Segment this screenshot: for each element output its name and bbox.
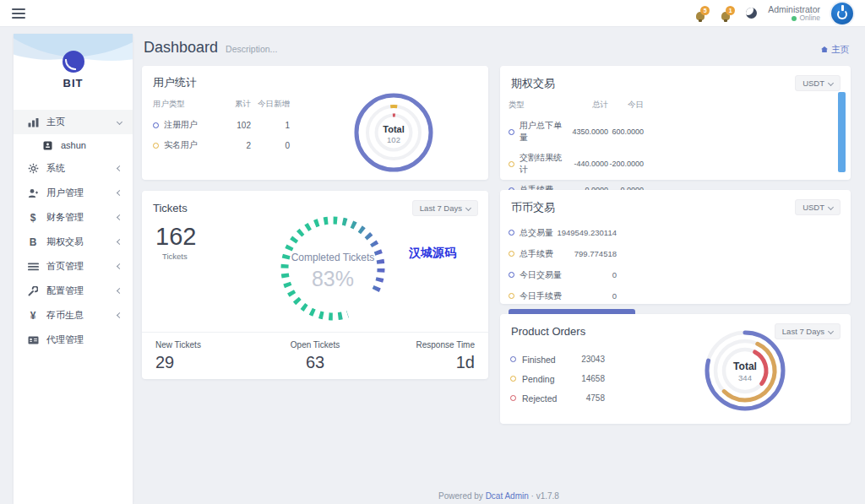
sidebar-item-finance[interactable]: $ 财务管理: [14, 205, 133, 230]
sidebar-item-label: 期权交易: [46, 236, 84, 248]
chevron-down-icon: [828, 80, 834, 86]
col-header: 总计: [569, 96, 608, 116]
gauge-label: Completed Tickets: [274, 252, 392, 263]
user-avatar[interactable]: [831, 3, 853, 24]
table-row: 交割结果统计 -440.0000 -200.0000: [509, 148, 644, 180]
breadcrumb-label: 主页: [831, 44, 849, 56]
footer-prefix: Powered by: [438, 491, 483, 501]
sidebar-menu: 主页 ashun 系统 用户管理 $ 财务管理: [14, 103, 133, 352]
sidebar-item-config-management[interactable]: 配置管理: [14, 279, 133, 303]
product-orders-donut-chart: Total 344: [699, 324, 792, 417]
donut-center-value: 344: [699, 373, 792, 382]
list-item: 总交易量 1949549.230114: [509, 222, 617, 243]
page-title: Dashboard: [144, 39, 218, 57]
donut-center-label: Total: [699, 360, 792, 372]
col-header: 类型: [509, 96, 569, 116]
tickets-bottom-stats: New Tickets 29 Open Tickets 63 Response …: [142, 332, 488, 379]
sidebar-item-label: 配置管理: [46, 285, 84, 297]
card-title: 币币交易: [511, 200, 555, 215]
series-marker: [509, 129, 514, 135]
id-card-icon: [25, 336, 41, 344]
sidebar-item-label: 存币生息: [46, 309, 84, 322]
coin-trading-rows: 总交易量 1949549.230114 总手续费 799.774518 今日交易…: [500, 219, 851, 306]
footer: Powered by Dcat Admin · v1.7.8: [133, 491, 865, 501]
chevron-left-icon: [117, 214, 122, 220]
series-marker: [509, 293, 514, 299]
sidebar-item-homepage-management[interactable]: 首页管理: [14, 254, 133, 279]
stat-open-tickets: Open Tickets 63: [262, 340, 368, 379]
card-title: Product Orders: [511, 325, 585, 338]
card-coin-trading: 币币交易 USDT 总交易量 1949549.230114 总手续费 799.7…: [500, 190, 851, 304]
home-icon: [821, 46, 828, 52]
stat-response-time: Response Time 1d: [368, 340, 475, 379]
sidebar-item-label: 首页管理: [46, 260, 84, 273]
sidebar: BIT 主页 ashun 系统 用户管理: [14, 34, 133, 504]
options-trading-table: 类型 总计 今日 用户总下单量 4350.0000 600.0000 交割结果统…: [509, 96, 644, 200]
list-item: Pending 14658: [510, 369, 605, 388]
footer-version: v1.7.8: [536, 491, 559, 501]
notification-bulb-icon-2[interactable]: 1: [721, 6, 735, 21]
completed-tickets-gauge: Completed Tickets 83%: [274, 209, 392, 328]
main-content: Dashboard Description... 主页 用户统计 用户类型 累计…: [133, 27, 865, 504]
sidebar-item-ashun[interactable]: ashun: [14, 134, 133, 156]
series-marker: [510, 395, 516, 401]
user-stats-table: 用户类型 累计 今日新增 注册用户 102 1 实名用户 2 0: [153, 95, 290, 155]
chevron-left-icon: [117, 263, 122, 269]
options-currency-dropdown[interactable]: USDT: [795, 75, 841, 91]
sidebar-logo[interactable]: BIT: [14, 34, 133, 103]
user-stats-donut-chart: Total 102: [351, 90, 436, 175]
card-user-stats: 用户统计 用户类型 累计 今日新增 注册用户 102 1 实名用: [142, 66, 488, 180]
sidebar-item-agent-management[interactable]: 代理管理: [14, 328, 133, 352]
id-badge-icon: [40, 141, 55, 150]
sidebar-item-label: ashun: [61, 140, 86, 150]
stat-new-tickets: New Tickets 29: [155, 340, 262, 379]
hamburger-menu-icon[interactable]: [12, 6, 25, 21]
breadcrumb[interactable]: 主页: [821, 44, 849, 56]
card-product-orders: Product Orders Last 7 Days Finished 2304…: [500, 314, 851, 424]
options-bar-chart: [838, 92, 846, 172]
list-item: Finished 23043: [510, 350, 605, 369]
series-marker: [509, 161, 514, 167]
sidebar-item-options-trading[interactable]: B 期权交易: [14, 230, 133, 254]
series-marker: [509, 272, 514, 278]
list-item: Rejected 4758: [510, 388, 605, 408]
moon-icon[interactable]: [746, 8, 757, 19]
gear-icon: [25, 163, 41, 174]
notification-badge: 1: [726, 6, 735, 15]
coin-currency-dropdown[interactable]: USDT: [795, 199, 841, 215]
dollar-icon: $: [25, 212, 41, 224]
sidebar-item-deposit-interest[interactable]: ¥ 存币生息: [14, 303, 133, 328]
page-header: Dashboard Description... 主页: [144, 39, 849, 57]
tickets-range-dropdown[interactable]: Last 7 Days: [412, 200, 478, 216]
series-marker: [509, 251, 514, 257]
card-tickets: Tickets Last 7 Days 162 Tickets: [142, 191, 488, 379]
col-header: 累计: [219, 95, 251, 115]
sidebar-item-label: 系统: [46, 162, 65, 175]
series-marker: [510, 356, 516, 362]
series-marker: [509, 230, 514, 236]
chevron-left-icon: [117, 190, 122, 196]
footer-link[interactable]: Dcat Admin: [486, 491, 529, 501]
sidebar-item-user-management[interactable]: 用户管理: [14, 181, 133, 205]
watermark-text: 汉城源码: [409, 246, 456, 261]
chevron-down-icon: [465, 205, 471, 211]
list-item: 今日手续费 0: [509, 285, 617, 306]
chevron-down-icon: [828, 204, 834, 210]
card-title: 用户统计: [153, 75, 197, 90]
sidebar-item-label: 主页: [46, 116, 65, 128]
card-options-trading: 期权交易 USDT 类型 总计 今日 用户总下单量 4350.0000: [500, 66, 851, 180]
page-description: Description...: [226, 44, 277, 54]
online-dot: [792, 16, 797, 21]
tickets-total-value: 162: [155, 223, 196, 251]
product-orders-rows: Finished 23043 Pending 14658 Rejected 47…: [500, 343, 851, 408]
sidebar-item-home[interactable]: 主页: [14, 110, 133, 134]
chevron-left-icon: [117, 288, 122, 294]
logo-globe-icon: [63, 51, 84, 73]
notification-bulb-icon[interactable]: 5: [695, 6, 710, 21]
sidebar-item-system[interactable]: 系统: [14, 156, 133, 181]
chart-bar-icon: [25, 117, 41, 127]
chevron-down-icon: [828, 328, 834, 334]
card-title: 期权交易: [511, 76, 555, 91]
logo-text: BIT: [14, 77, 133, 89]
chevron-left-icon: [117, 239, 122, 245]
